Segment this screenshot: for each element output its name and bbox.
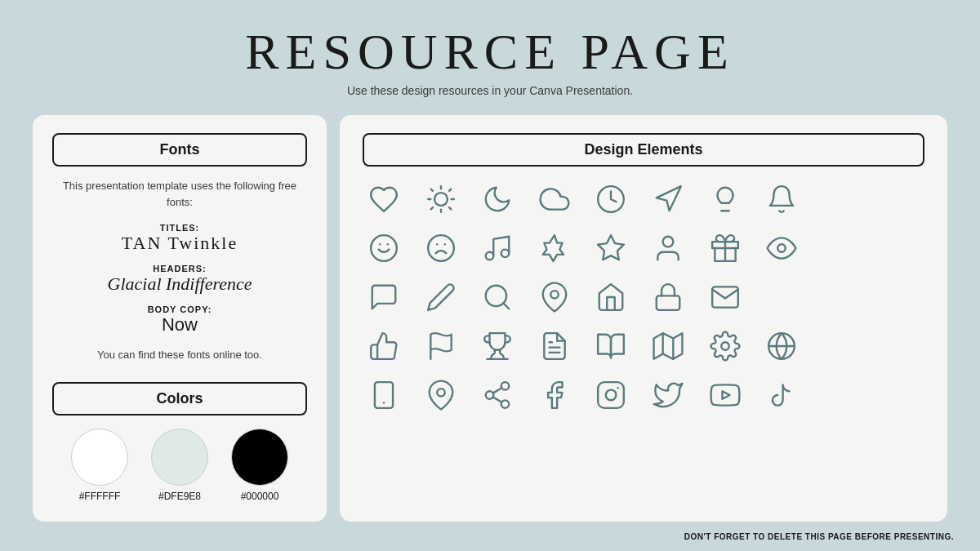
font-name-titles: TAN Twinkle [52,233,307,254]
main-content: Fonts This presentation template uses th… [33,115,947,522]
icon-sun [420,178,462,220]
icon-eye [760,227,803,269]
icon-frown [420,227,462,269]
svg-point-40 [486,391,494,399]
icon-megaphone [647,178,689,220]
svg-point-41 [501,400,510,408]
svg-line-8 [449,189,451,191]
icon-placeholder-r2c9 [817,227,860,269]
font-entry-headers: HEADERS: Glacial Indifference [52,264,307,295]
font-entry-body: BODY COPY: Now [52,304,307,335]
colors-section-header: Colors [52,382,307,415]
right-panel: Design Elements [340,115,947,522]
icon-pencil [420,276,462,318]
icon-message [363,276,405,318]
colors-section: Colors #FFFFFF #DFE9E8 #000000 [52,382,307,502]
svg-marker-18 [599,235,625,260]
svg-point-17 [501,250,510,258]
svg-line-42 [493,397,502,402]
svg-line-43 [493,388,502,393]
icon-placeholder-r3c8 [760,276,803,318]
color-swatch-white: #FFFFFF [71,429,128,502]
icon-lightbulb [704,178,746,220]
icon-placeholder-r3c9 [817,276,860,318]
icon-star [590,227,632,269]
svg-point-13 [428,235,454,261]
font-label-body: BODY COPY: [52,304,307,314]
icon-placeholder-r1c9 [817,178,860,220]
font-name-body: Now [52,314,307,335]
page-title: RESOURCE PAGE [245,23,735,81]
left-panel: Fonts This presentation template uses th… [33,115,327,522]
color-circle-black [231,429,288,486]
color-swatch-black: #000000 [231,429,288,502]
fonts-section-header: Fonts [52,133,307,167]
svg-line-24 [504,303,510,309]
icon-placeholder-r3c10 [874,276,916,318]
icon-home [590,276,632,318]
icon-placeholder-r4c10 [874,325,916,367]
icon-instagram [590,374,632,416]
icon-globe [760,325,803,367]
svg-point-16 [486,252,494,260]
color-swatch-light: #DFE9E8 [151,429,208,502]
svg-point-10 [371,235,397,261]
page-subtitle: Use these design resources in your Canva… [245,84,735,97]
icon-location [420,374,462,416]
svg-rect-36 [375,382,393,408]
svg-point-38 [437,389,445,397]
svg-point-25 [550,291,559,299]
icon-map [647,325,689,367]
font-entry-titles: TITLES: TAN Twinkle [52,223,307,254]
icon-trophy [476,325,519,367]
icon-search [476,276,519,318]
svg-point-33 [721,342,729,350]
color-swatches: #FFFFFF #DFE9E8 #000000 [52,429,307,502]
icon-thumbsup [363,325,405,367]
icon-phone [363,374,405,416]
svg-point-22 [777,244,786,252]
icon-cloud [533,178,576,220]
icon-mail [704,276,746,318]
icon-placeholder-r5c10 [874,374,916,416]
svg-marker-30 [654,333,683,359]
icon-rocket [533,227,576,269]
svg-rect-26 [657,295,680,309]
icon-pin [533,276,576,318]
design-elements-header: Design Elements [363,133,924,167]
icon-clock [590,178,632,220]
icon-moon [476,178,519,220]
footer-note: DON'T FORGET TO DELETE THIS PAGE BEFORE … [684,532,954,541]
fonts-description: This presentation template uses the foll… [52,178,307,210]
color-hex-black: #000000 [241,491,279,502]
svg-rect-44 [599,382,625,408]
icon-lock [647,276,689,318]
icon-smile [363,227,405,269]
icon-user [647,227,689,269]
design-elements-grid [363,178,924,416]
color-circle-light [151,429,208,486]
font-label-titles: TITLES: [52,223,307,233]
color-hex-light: #DFE9E8 [158,491,201,502]
icon-tiktok [760,374,803,416]
icon-share [476,374,519,416]
icon-twitter [647,374,689,416]
fonts-note: You can find these fonts online too. [52,349,307,361]
icon-heart [363,178,405,220]
icon-placeholder-r5c9 [817,374,860,416]
icon-placeholder-r2c10 [874,227,916,269]
svg-point-19 [663,237,674,247]
svg-point-0 [434,193,448,206]
icon-book [590,325,632,367]
font-name-headers: Glacial Indifference [52,273,307,295]
icon-youtube [704,374,746,416]
color-hex-white: #FFFFFF [79,491,121,502]
svg-line-3 [430,189,432,191]
svg-line-7 [430,207,432,209]
icon-gift [704,227,746,269]
icon-facebook [533,374,576,416]
svg-point-39 [501,382,510,390]
icon-music [476,227,519,269]
color-circle-white [71,429,128,486]
icon-settings [704,325,746,367]
